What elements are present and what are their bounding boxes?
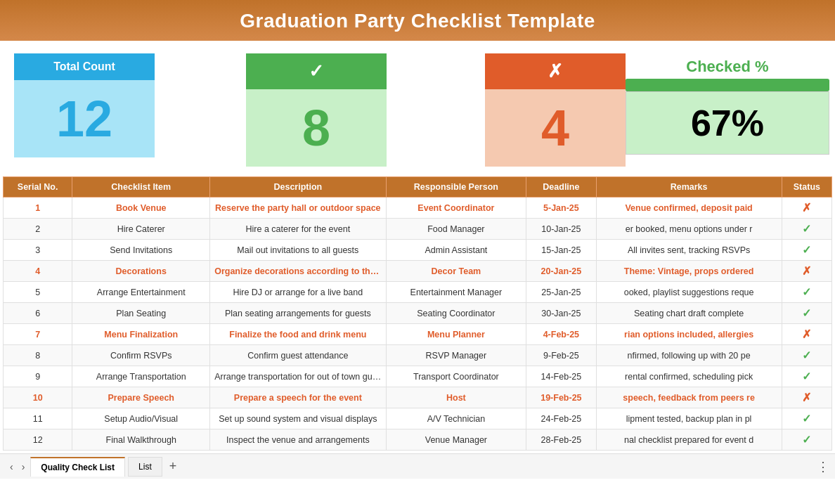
cell-person: Entertainment Manager xyxy=(386,282,526,303)
cell-item: Confirm RSVPs xyxy=(72,345,210,366)
table-row: 2 Hire Caterer Hire a caterer for the ev… xyxy=(4,219,832,240)
cell-deadline: 10-Jan-25 xyxy=(526,219,596,240)
cell-person: Food Manager xyxy=(386,219,526,240)
cell-serial: 9 xyxy=(4,366,72,387)
cell-remarks: speech, feedback from peers re xyxy=(596,387,782,408)
cell-deadline: 25-Jan-25 xyxy=(526,282,596,303)
cell-status: ✗ xyxy=(782,261,831,282)
table-row: 7 Menu Finalization Finalize the food an… xyxy=(4,324,832,345)
cell-description: Prepare a speech for the event xyxy=(210,387,386,408)
cell-person: Decor Team xyxy=(386,261,526,282)
table-row: 8 Confirm RSVPs Confirm guest attendance… xyxy=(4,345,832,366)
cell-status: ✓ xyxy=(782,345,831,366)
cell-person: Host xyxy=(386,387,526,408)
nav-next[interactable]: › xyxy=(18,458,30,475)
checked-value: 8 xyxy=(246,89,387,167)
cell-deadline: 9-Feb-25 xyxy=(526,345,596,366)
col-description: Description xyxy=(210,177,386,198)
cell-description: Hire a caterer for the event xyxy=(210,219,386,240)
cell-item: Arrange Transportation xyxy=(72,366,210,387)
cell-deadline: 4-Feb-25 xyxy=(526,324,596,345)
tab-add-button[interactable]: + xyxy=(164,458,183,475)
total-count-label: Total Count xyxy=(14,53,155,80)
percent-value: 67% xyxy=(626,91,829,155)
cell-deadline: 5-Jan-25 xyxy=(526,198,596,219)
cell-item: Plan Seating xyxy=(72,303,210,324)
percent-box: Checked % 67% xyxy=(626,53,829,167)
cell-status: ✓ xyxy=(782,303,831,324)
bottom-bar: ‹ › Quality Check List List + ⋮ xyxy=(0,453,835,479)
cell-deadline: 28-Feb-25 xyxy=(526,429,596,451)
app-header: Graduation Party Checklist Template xyxy=(0,0,835,41)
table-row: 6 Plan Seating Plan seating arrangements… xyxy=(4,303,832,324)
cell-serial: 11 xyxy=(4,408,72,429)
checklist-table: Serial No. Checklist Item Description Re… xyxy=(3,176,832,451)
cell-person: Venue Manager xyxy=(386,429,526,451)
cell-remarks: rian options included, allergies xyxy=(596,324,782,345)
cell-deadline: 14-Feb-25 xyxy=(526,366,596,387)
cell-remarks: Venue confirmed, deposit paid xyxy=(596,198,782,219)
cell-serial: 7 xyxy=(4,324,72,345)
unchecked-value: 4 xyxy=(485,89,626,167)
cell-remarks: lipment tested, backup plan in pl xyxy=(596,408,782,429)
cell-status: ✗ xyxy=(782,198,831,219)
cell-status: ✓ xyxy=(782,240,831,261)
cell-description: Finalize the food and drink menu xyxy=(210,324,386,345)
cell-status: ✓ xyxy=(782,219,831,240)
cell-serial: 8 xyxy=(4,345,72,366)
cell-status: ✓ xyxy=(782,282,831,303)
cell-person: A/V Technician xyxy=(386,408,526,429)
col-item: Checklist Item xyxy=(72,177,210,198)
cell-person: Event Coordinator xyxy=(386,198,526,219)
table-row: 4 Decorations Organize decorations accor… xyxy=(4,261,832,282)
cell-remarks: Theme: Vintage, props ordered xyxy=(596,261,782,282)
tab-list[interactable]: List xyxy=(128,457,162,477)
cell-deadline: 24-Feb-25 xyxy=(526,408,596,429)
cell-remarks: All invites sent, tracking RSVPs xyxy=(596,240,782,261)
percent-label: Checked % xyxy=(626,53,829,79)
unchecked-box: ✗ 4 xyxy=(485,53,626,167)
col-person: Responsible Person xyxy=(386,177,526,198)
cell-item: Send Invitations xyxy=(72,240,210,261)
cell-status: ✗ xyxy=(782,324,831,345)
cell-deadline: 15-Jan-25 xyxy=(526,240,596,261)
table-row: 3 Send Invitations Mail out invitations … xyxy=(4,240,832,261)
cell-serial: 3 xyxy=(4,240,72,261)
table-container: Serial No. Checklist Item Description Re… xyxy=(0,176,835,451)
unchecked-label: ✗ xyxy=(485,53,626,89)
tab-quality-checklist[interactable]: Quality Check List xyxy=(30,457,125,477)
app-wrapper: Graduation Party Checklist Template Tota… xyxy=(0,0,835,504)
cell-item: Hire Caterer xyxy=(72,219,210,240)
cell-status: ✗ xyxy=(782,387,831,408)
cell-person: Admin Assistant xyxy=(386,240,526,261)
cell-serial: 4 xyxy=(4,261,72,282)
cell-item: Decorations xyxy=(72,261,210,282)
cell-remarks: Seating chart draft complete xyxy=(596,303,782,324)
cell-description: Set up sound system and visual displays xyxy=(210,408,386,429)
cell-remarks: nal checklist prepared for event d xyxy=(596,429,782,451)
cell-description: Plan seating arrangements for guests xyxy=(210,303,386,324)
checked-box: ✓ 8 xyxy=(246,53,387,167)
total-count-value: 12 xyxy=(14,80,155,157)
nav-prev[interactable]: ‹ xyxy=(6,458,18,475)
cell-status: ✓ xyxy=(782,429,831,451)
table-row: 11 Setup Audio/Visual Set up sound syste… xyxy=(4,408,832,429)
cell-remarks: ooked, playlist suggestions reque xyxy=(596,282,782,303)
table-header-row: Serial No. Checklist Item Description Re… xyxy=(4,177,832,198)
cell-description: Mail out invitations to all guests xyxy=(210,240,386,261)
cell-item: Prepare Speech xyxy=(72,387,210,408)
cell-description: Confirm guest attendance xyxy=(210,345,386,366)
cell-remarks: er booked, menu options under r xyxy=(596,219,782,240)
cell-item: Arrange Entertainment xyxy=(72,282,210,303)
cell-item: Book Venue xyxy=(72,198,210,219)
cell-person: Transport Coordinator xyxy=(386,366,526,387)
checked-label: ✓ xyxy=(246,53,387,89)
stats-row: Total Count 12 ✓ 8 ✗ 4 Checked % 67% xyxy=(0,41,835,176)
table-row: 9 Arrange Transportation Arrange transpo… xyxy=(4,366,832,387)
more-options-icon[interactable]: ⋮ xyxy=(817,459,829,474)
cell-description: Hire DJ or arrange for a live band xyxy=(210,282,386,303)
cell-deadline: 30-Jan-25 xyxy=(526,303,596,324)
col-serial: Serial No. xyxy=(4,177,72,198)
col-remarks: Remarks xyxy=(596,177,782,198)
progress-bar xyxy=(626,79,829,91)
